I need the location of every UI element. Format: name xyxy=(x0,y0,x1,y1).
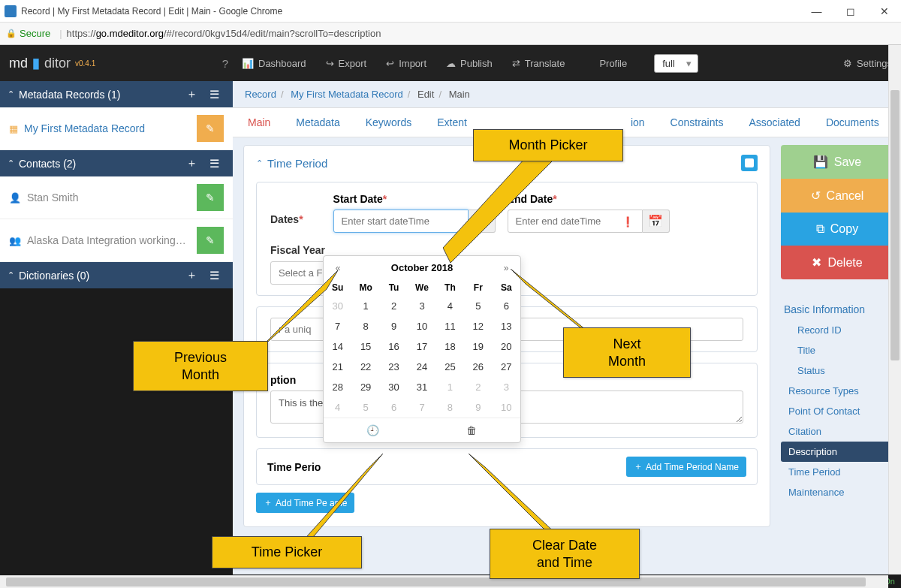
tab-metadata[interactable]: Metadata xyxy=(296,116,339,128)
outline-item[interactable]: Record ID xyxy=(781,320,893,340)
add-time-period-name-button[interactable]: ＋Add Time Period Name xyxy=(626,457,746,477)
outline-item[interactable]: Time Period xyxy=(781,462,893,482)
calendar-day[interactable]: 17 xyxy=(408,336,435,357)
outline-item[interactable]: Title xyxy=(781,340,893,360)
tab-main[interactable]: Main xyxy=(248,116,270,128)
calendar-day[interactable]: 4 xyxy=(436,296,464,316)
outline-item[interactable]: Citation xyxy=(781,421,893,442)
calendar-day[interactable]: 21 xyxy=(324,357,351,377)
horizontal-scrollbar[interactable] xyxy=(0,575,888,588)
calendar-day[interactable]: 9 xyxy=(464,397,492,418)
calendar-day[interactable]: 16 xyxy=(380,336,408,357)
calendar-day[interactable]: 24 xyxy=(408,357,435,377)
delete-button[interactable]: ✖Delete xyxy=(781,246,893,279)
help-icon[interactable]: ? xyxy=(222,57,228,70)
calendar-day[interactable]: 11 xyxy=(436,316,464,336)
tab-extent[interactable]: Extent xyxy=(437,116,467,128)
outline-item-active[interactable]: Description xyxy=(781,442,893,462)
minimize-button[interactable]: — xyxy=(800,0,833,23)
edit-contact-button[interactable]: ✎ xyxy=(197,184,224,211)
nav-import[interactable]: ↩Import xyxy=(386,58,426,69)
sidebar-group-records[interactable]: ⌃ Metadata Records (1) ＋ ☰ xyxy=(0,81,233,107)
calendar-day[interactable]: 15 xyxy=(351,336,379,357)
outline-item[interactable]: Basic Information xyxy=(781,299,893,320)
calendar-day[interactable]: 29 xyxy=(351,377,379,397)
list-view-icon[interactable]: ☰ xyxy=(203,157,225,170)
nav-publish[interactable]: ☁Publish xyxy=(446,58,493,69)
tab-keywords[interactable]: Keywords xyxy=(366,116,411,128)
breadcrumb-link[interactable]: My First Metadata Record xyxy=(291,89,403,100)
tab-constraints[interactable]: Constraints xyxy=(670,116,724,128)
add-contact-button[interactable]: ＋ xyxy=(180,156,203,170)
list-view-icon[interactable]: ☰ xyxy=(203,88,225,101)
calendar-day[interactable]: 23 xyxy=(380,357,408,377)
calendar-day[interactable]: 3 xyxy=(408,296,435,316)
close-icon: ✖ xyxy=(812,255,821,270)
edit-contact-button[interactable]: ✎ xyxy=(197,227,224,254)
calendar-day[interactable]: 8 xyxy=(436,397,464,418)
edit-record-button[interactable]: ✎ xyxy=(197,115,224,142)
maximize-button[interactable]: ◻ xyxy=(833,0,867,23)
time-picker-button[interactable]: 🕘 xyxy=(324,418,422,442)
sidebar-group-dictionaries[interactable]: ⌃ Dictionaries (0) ＋ ☰ xyxy=(0,262,233,288)
chevron-down-icon[interactable]: ⌃ xyxy=(256,158,263,168)
clear-date-button[interactable]: 🗑 xyxy=(422,418,520,442)
outline-item[interactable]: Maintenance xyxy=(781,482,893,502)
calendar-day[interactable]: 5 xyxy=(464,296,492,316)
calendar-day[interactable]: 30 xyxy=(380,377,408,397)
end-date-calendar-button[interactable]: 📅 xyxy=(643,210,670,233)
calendar-day[interactable]: 8 xyxy=(351,316,379,336)
calendar-day[interactable]: 4 xyxy=(324,397,351,418)
tab-documents[interactable]: Documents xyxy=(826,116,879,128)
calendar-day[interactable]: 22 xyxy=(351,357,379,377)
address-bar[interactable]: Secure | https://go.mdeditor.org/#/recor… xyxy=(0,23,901,45)
nav-dashboard[interactable]: 📊Dashboard xyxy=(242,58,306,69)
breadcrumb-link[interactable]: Record xyxy=(245,89,276,100)
sidebar-item-record[interactable]: ▦ My First Metadata Record ✎ xyxy=(0,107,233,150)
clock-icon: 🕘 xyxy=(366,424,379,436)
cancel-button[interactable]: ↺Cancel xyxy=(781,179,893,213)
add-dictionary-button[interactable]: ＋ xyxy=(180,268,203,282)
tab-distribution[interactable]: ion xyxy=(631,116,645,128)
calendar-day[interactable]: 2 xyxy=(464,377,492,397)
sidebar-group-contacts[interactable]: ⌃ Contacts (2) ＋ ☰ xyxy=(0,150,233,176)
calendar-day[interactable]: 1 xyxy=(351,296,379,316)
calendar-day[interactable]: 12 xyxy=(464,316,492,336)
calendar-day[interactable]: 9 xyxy=(380,316,408,336)
nav-settings[interactable]: ⚙Settings xyxy=(843,58,892,69)
calendar-day[interactable]: 19 xyxy=(464,336,492,357)
panel-toggle-button[interactable] xyxy=(741,155,758,171)
calendar-day[interactable]: 27 xyxy=(493,357,520,377)
profile-select[interactable]: full xyxy=(654,54,698,73)
month-picker-button[interactable]: October 2018 xyxy=(348,262,496,273)
sidebar-item-contact[interactable]: 👥 Alaska Data Integration working… ✎ xyxy=(0,219,233,262)
nav-export[interactable]: ↪Export xyxy=(326,58,367,69)
save-button[interactable]: 💾Save xyxy=(781,145,893,179)
outline-item[interactable]: Point Of Contact xyxy=(781,401,893,421)
calendar-day[interactable]: 10 xyxy=(408,316,435,336)
close-window-button[interactable]: ✕ xyxy=(867,0,901,23)
calendar-day[interactable]: 28 xyxy=(324,377,351,397)
outline-item[interactable]: Resource Types xyxy=(781,381,893,401)
tab-associated[interactable]: Associated xyxy=(749,116,800,128)
outline-item[interactable]: Status xyxy=(781,360,893,381)
calendar-day[interactable]: 2 xyxy=(380,296,408,316)
calendar-day[interactable]: 1 xyxy=(436,377,464,397)
calendar-day[interactable]: 25 xyxy=(436,357,464,377)
calendar-day[interactable]: 18 xyxy=(436,336,464,357)
calendar-day[interactable]: 7 xyxy=(408,397,435,418)
nav-translate[interactable]: ⇄Translate xyxy=(512,58,565,69)
calendar-day[interactable]: 31 xyxy=(408,377,435,397)
error-icon: ❗ xyxy=(622,216,634,228)
add-record-button[interactable]: ＋ xyxy=(180,87,203,101)
copy-button[interactable]: ⧉Copy xyxy=(781,213,893,246)
sidebar-item-contact[interactable]: 👤 Stan Smith ✎ xyxy=(0,176,233,219)
calendar-day[interactable]: 10 xyxy=(493,397,520,418)
calendar-day[interactable]: 6 xyxy=(380,397,408,418)
list-view-icon[interactable]: ☰ xyxy=(203,269,225,282)
calendar-day[interactable]: 5 xyxy=(351,397,379,418)
vertical-scrollbar[interactable] xyxy=(888,45,901,574)
calendar-day[interactable]: 3 xyxy=(493,377,520,397)
brand-logo[interactable]: md ▮ ditor v0.4.1 xyxy=(9,55,95,71)
calendar-day[interactable]: 26 xyxy=(464,357,492,377)
